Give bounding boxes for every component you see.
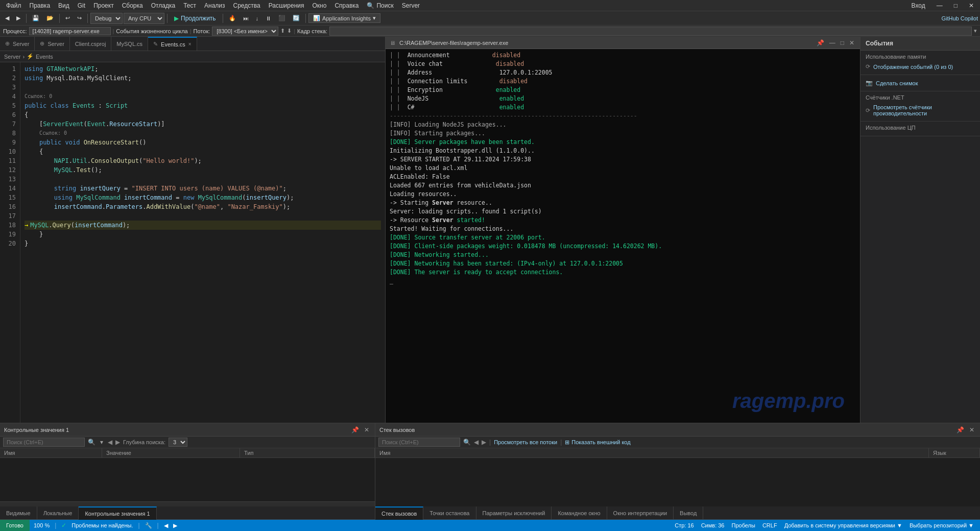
back-button[interactable]: ◀: [2, 13, 12, 23]
status-encoding[interactable]: CRLF: [762, 522, 777, 528]
status-nav-left[interactable]: ◀: [164, 522, 168, 529]
console-maximize-button[interactable]: □: [839, 39, 846, 47]
menu-item-git[interactable]: Git: [74, 1, 89, 10]
continue-button[interactable]: ▶ Продолжить: [170, 14, 220, 23]
menu-item-debug[interactable]: Отладка: [147, 1, 179, 10]
menu-item-analyze[interactable]: Анализ: [200, 1, 229, 10]
bottom-left-panel: Контрольные значения 1 📌 ✕ 🔍 ▾ ◀ ▶ Глуби…: [0, 423, 375, 520]
tab-callstack[interactable]: Стек вызовов: [375, 506, 423, 520]
tab-visible[interactable]: Видимые: [0, 506, 37, 520]
callstack-nav-right[interactable]: ▶: [482, 439, 486, 446]
callstack-content[interactable]: [375, 458, 980, 506]
watch-pin-button[interactable]: 📌: [350, 426, 361, 434]
nav-left-icon[interactable]: ◀: [108, 439, 112, 446]
menu-item-edit[interactable]: Правка: [26, 1, 55, 10]
menu-item-project[interactable]: Проект: [89, 1, 118, 10]
menu-item-server[interactable]: Server: [398, 1, 424, 10]
watch-scrollbar-h[interactable]: [0, 501, 375, 506]
menu-item-tools[interactable]: Средства: [229, 1, 265, 10]
restart-button[interactable]: 🔄: [290, 13, 303, 23]
open-button[interactable]: 📂: [43, 13, 57, 23]
menu-item-test[interactable]: Тест: [179, 1, 200, 10]
status-spaces[interactable]: Пробелы: [731, 522, 755, 528]
tab-server-2[interactable]: ⊕ Server: [35, 37, 69, 51]
events-section-net-counters: Счётчики .NET ⟳ Просмотреть счётчики про…: [861, 91, 980, 122]
menu-item-window[interactable]: Окно: [308, 1, 330, 10]
tab-close-events[interactable]: ×: [188, 41, 192, 47]
github-copilot-label[interactable]: GitHub Copilot: [941, 15, 978, 21]
window-close[interactable]: ✕: [965, 1, 978, 10]
stop-button[interactable]: ⬛: [275, 13, 289, 23]
show-external-btn[interactable]: ⊞ Показать внешний код: [565, 439, 630, 446]
cpu-select[interactable]: Any CPU: [124, 13, 164, 24]
events-sidebar-title: События: [861, 37, 980, 51]
app-insights-button[interactable]: 📊 Application Insights ▾: [308, 13, 380, 23]
code-content[interactable]: ● → using GTANetworkAPI; using Mysql.Dat…: [20, 62, 385, 423]
menu-item-help[interactable]: Справка: [330, 1, 363, 10]
breadcrumb-right: Events: [36, 54, 53, 60]
menu-item-search[interactable]: 🔍 Поиск: [363, 1, 397, 10]
tab-client-csproj[interactable]: Client.csproj: [70, 37, 112, 51]
frame-label: Кадр стека:: [297, 28, 327, 34]
login-button[interactable]: Вход: [907, 1, 929, 10]
stream-select[interactable]: [8300] <Без имени>: [212, 27, 278, 36]
forward-button[interactable]: ▶: [13, 13, 23, 23]
nav-right-icon[interactable]: ▶: [115, 439, 120, 446]
window-maximize[interactable]: □: [950, 1, 962, 10]
status-repo[interactable]: Выбрать репозиторий ▼: [910, 522, 974, 528]
debug-config-select[interactable]: Debug: [90, 13, 123, 24]
process-select[interactable]: [14028] ragemp-server.exe: [29, 27, 111, 35]
status-nav-right[interactable]: ▶: [173, 522, 177, 529]
tab-immediate-window[interactable]: Окно интерпретации: [607, 506, 674, 520]
tab-locals[interactable]: Локальные: [37, 506, 79, 520]
console-panel: 🖥 C:\RAGEMP\server-files\ragemp-server.e…: [386, 37, 860, 423]
callstack-pin-button[interactable]: 📌: [955, 426, 966, 434]
watch-body[interactable]: [0, 458, 375, 501]
tab-events[interactable]: ✎ Events.cs ×: [148, 37, 197, 51]
zoom-level[interactable]: 100 %: [34, 522, 50, 528]
watch-close-button[interactable]: ✕: [363, 426, 371, 434]
tab-breakpoints[interactable]: Точки останова: [423, 506, 476, 520]
menu-item-extensions[interactable]: Расширения: [265, 1, 308, 10]
tab-watch-1[interactable]: Контрольные значения 1: [79, 506, 156, 520]
step-over-button[interactable]: ⏭: [240, 14, 252, 23]
code-editor[interactable]: 1 2 3 4 5 6 7 8 9 10 11 12 13 14 15 16 1: [0, 62, 385, 423]
edit-icon: ✎: [153, 41, 158, 47]
callstack-close-button[interactable]: ✕: [968, 426, 976, 434]
tab-command-window[interactable]: Командное окно: [552, 506, 607, 520]
events-item-net-counters[interactable]: ⟳ Просмотреть счётчики производительност…: [866, 103, 975, 118]
frame-btn[interactable]: ▾: [974, 28, 977, 34]
frame-input[interactable]: [329, 27, 972, 36]
watch-search-btn[interactable]: ▾: [99, 438, 105, 446]
tab-exception-settings[interactable]: Параметры исключений: [476, 506, 552, 520]
pause-button[interactable]: ⏸: [262, 14, 274, 23]
menu-item-view[interactable]: Вид: [54, 1, 74, 10]
attach-button[interactable]: 🔥: [226, 13, 239, 23]
separator-3: [87, 14, 88, 23]
console-close-button[interactable]: ✕: [848, 39, 856, 47]
status-tools[interactable]: 🔧: [145, 522, 152, 529]
undo-button[interactable]: ↩: [62, 13, 73, 23]
callstack-nav-left[interactable]: ◀: [474, 439, 479, 446]
watch-search-input[interactable]: [3, 438, 85, 447]
step-in-button[interactable]: ↓: [253, 14, 262, 23]
callstack-panel-controls: 📌 ✕: [955, 426, 976, 434]
window-minimize[interactable]: —: [933, 1, 947, 10]
tab-server-1[interactable]: ⊕ Server: [0, 37, 35, 51]
menu-item-file[interactable]: Файл: [2, 1, 26, 10]
console-log-15: [DONE] Client-side packages weight: 0.01…: [390, 242, 856, 251]
menu-item-build[interactable]: Сборка: [118, 1, 147, 10]
console-output[interactable]: | | Announcement disabled | | Voice chat…: [386, 49, 860, 423]
console-pin-button[interactable]: 📌: [815, 39, 826, 47]
redo-button[interactable]: ↪: [74, 13, 85, 23]
events-item-show-events[interactable]: ⟳ Отображение событий (0 из 0): [866, 62, 975, 71]
console-minimize-button[interactable]: —: [828, 39, 837, 47]
tab-output[interactable]: Вывод: [674, 506, 703, 520]
view-all-threads-btn[interactable]: Просмотреть все потоки: [494, 439, 557, 445]
save-button[interactable]: 💾: [29, 13, 42, 23]
callstack-search-input[interactable]: [378, 438, 460, 447]
depth-select[interactable]: 3: [169, 438, 187, 447]
tab-mysql[interactable]: MySQL.cs: [111, 37, 148, 51]
events-item-snapshot[interactable]: 📷 Сделать снимок: [866, 78, 975, 88]
status-vcs[interactable]: Добавить в систему управления версиями ▼: [784, 522, 902, 528]
